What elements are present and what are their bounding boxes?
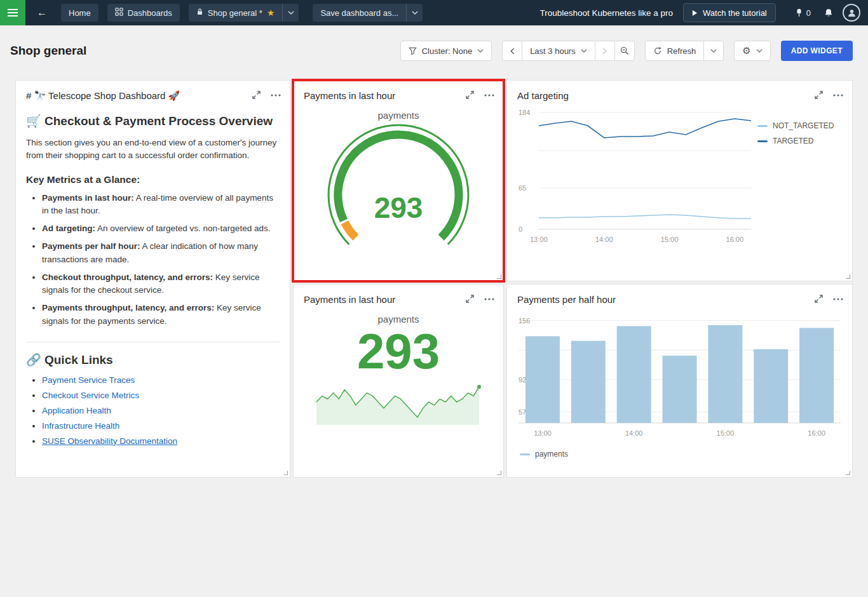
- widget-menu-button[interactable]: [484, 298, 494, 300]
- pinned-items-button[interactable]: 0: [789, 0, 817, 25]
- dashboard-name-button[interactable]: Shop general * ★: [189, 4, 283, 22]
- widget-header: Payments per half hour: [507, 285, 852, 307]
- expand-icon: [815, 295, 823, 303]
- page-title: Shop general: [10, 44, 86, 58]
- dashboard-settings-button[interactable]: ⚙: [734, 41, 770, 61]
- topbar: ← Home Dashboards Shop general * ★ Save …: [0, 0, 868, 25]
- list-item: Application Health: [42, 406, 280, 415]
- hamburger-icon: [8, 9, 18, 10]
- svg-text:13:00: 13:00: [530, 236, 548, 243]
- favorite-star-icon[interactable]: ★: [267, 8, 275, 18]
- expand-widget-button[interactable]: [815, 295, 823, 303]
- widget-menu-button[interactable]: [833, 94, 843, 97]
- expand-icon: [466, 91, 474, 99]
- save-dashboard-caret-button[interactable]: [406, 4, 423, 22]
- watch-tutorial-button[interactable]: Watch the tutorial: [683, 3, 776, 22]
- widget-header: Ad targeting: [507, 81, 852, 104]
- bar-chart: 156925713:0014:0015:0016:00: [517, 309, 842, 439]
- widget-title: Payments in last hour: [304, 293, 466, 306]
- widget-title: # 🔭 Telescope Shop Dashboard 🚀: [26, 90, 252, 102]
- notes-body: 🛒 Checkout & Payment Process Overview Th…: [16, 114, 290, 462]
- widget-menu-button[interactable]: [833, 298, 843, 300]
- quick-links-list: Payment Service Traces Checkout Service …: [26, 375, 280, 446]
- widget-header: Payments in last hour: [294, 81, 503, 104]
- link-suse-observability-docs[interactable]: SUSE Observability Documentation: [42, 436, 177, 446]
- menu-button[interactable]: [0, 0, 25, 25]
- expand-widget-button[interactable]: [466, 91, 474, 99]
- dashboard-controls: Cluster: None Last 3 hours Re: [400, 41, 853, 61]
- sparkline-chart: [315, 380, 482, 429]
- widget-payments-gauge[interactable]: Payments in last hour payments 293: [293, 80, 504, 281]
- link-application-health[interactable]: Application Health: [42, 406, 111, 415]
- svg-text:92: 92: [519, 376, 526, 384]
- promo-text: Troubleshoot Kubernetes like a pro: [539, 8, 673, 18]
- svg-text:15:00: 15:00: [717, 429, 735, 437]
- svg-text:16:00: 16:00: [726, 236, 744, 243]
- list-item: Payments per half hour: A clear indicati…: [42, 240, 280, 266]
- time-range-label: Last 3 hours: [530, 46, 576, 56]
- refresh-icon: [653, 46, 662, 55]
- dashboards-button[interactable]: Dashboards: [107, 4, 180, 22]
- widget-header: # 🔭 Telescope Shop Dashboard 🚀: [16, 81, 290, 104]
- resize-handle[interactable]: [283, 471, 288, 475]
- expand-widget-button[interactable]: [466, 295, 474, 303]
- notifications-button[interactable]: [817, 0, 840, 25]
- lock-icon: [196, 8, 203, 18]
- legend-item[interactable]: NOT_TARGETED: [757, 121, 834, 130]
- time-forward-button[interactable]: [595, 41, 615, 61]
- svg-text:14:00: 14:00: [595, 236, 613, 243]
- zoom-out-icon: [620, 46, 629, 55]
- number-body: payments 293: [294, 314, 503, 429]
- gauge-chart: 293: [313, 123, 484, 248]
- widget-payments-per-half-hour: Payments per half hour 156925713:0014:00…: [506, 284, 853, 478]
- list-item: Infrastructure Health: [42, 421, 280, 431]
- avatar[interactable]: [843, 4, 860, 22]
- ellipsis-icon: [484, 94, 494, 97]
- save-dashboard-group: Save dashboard as...: [313, 4, 423, 22]
- cluster-filter-button[interactable]: Cluster: None: [400, 41, 492, 61]
- link-checkout-service-metrics[interactable]: Checkout Service Metrics: [42, 391, 139, 400]
- refresh-button[interactable]: Refresh: [645, 41, 705, 61]
- widget-menu-button[interactable]: [484, 94, 494, 97]
- link-infrastructure-health[interactable]: Infrastructure Health: [42, 421, 119, 431]
- gear-icon: ⚙: [742, 45, 750, 57]
- chevron-down-icon: [477, 49, 484, 53]
- time-back-button[interactable]: [502, 41, 522, 61]
- home-button[interactable]: Home: [61, 4, 98, 22]
- link-payment-service-traces[interactable]: Payment Service Traces: [42, 375, 135, 385]
- legend-swatch: [520, 453, 530, 455]
- save-dashboard-as-button[interactable]: Save dashboard as...: [313, 4, 406, 22]
- gauge-value: 293: [313, 191, 484, 225]
- line-chart-body: 18465013:0014:0015:0016:00 NOT_TARGETED …: [507, 104, 852, 252]
- line-chart: 18465013:0014:0015:0016:00: [517, 105, 754, 252]
- expand-widget-button[interactable]: [815, 91, 823, 99]
- resize-handle[interactable]: [497, 471, 501, 475]
- widget-menu-button[interactable]: [271, 94, 281, 97]
- ellipsis-icon: [833, 298, 843, 300]
- ellipsis-icon: [271, 94, 281, 97]
- add-widget-button[interactable]: ADD WIDGET: [781, 41, 853, 61]
- back-button[interactable]: ←: [32, 0, 52, 25]
- expand-widget-button[interactable]: [252, 91, 261, 99]
- list-item: Payments throughput, latency, and errors…: [42, 302, 280, 328]
- overview-heading: 🛒 Checkout & Payment Process Overview: [26, 114, 280, 128]
- page-header: Shop general Cluster: None Last 3 hours: [0, 25, 868, 76]
- resize-handle[interactable]: [497, 274, 501, 279]
- refresh-options-button[interactable]: [703, 41, 724, 61]
- legend-label: TARGETED: [773, 137, 813, 145]
- metrics-list: Payments in last hour: A real-time overv…: [26, 192, 280, 328]
- resize-handle[interactable]: [846, 274, 850, 279]
- legend-item[interactable]: TARGETED: [757, 137, 834, 145]
- home-label: Home: [69, 8, 91, 18]
- time-range-button[interactable]: Last 3 hours: [522, 41, 595, 61]
- svg-text:65: 65: [519, 184, 526, 192]
- svg-text:184: 184: [519, 109, 530, 116]
- time-range-group: Last 3 hours: [502, 41, 635, 61]
- resize-handle[interactable]: [846, 471, 850, 475]
- widget-title: Ad targeting: [517, 90, 815, 102]
- expand-icon: [815, 91, 823, 99]
- zoom-out-button[interactable]: [614, 41, 635, 61]
- chevron-down-icon: [581, 49, 587, 53]
- widget-title: Payments per half hour: [517, 293, 815, 306]
- dashboard-selector-caret-button[interactable]: [282, 4, 299, 22]
